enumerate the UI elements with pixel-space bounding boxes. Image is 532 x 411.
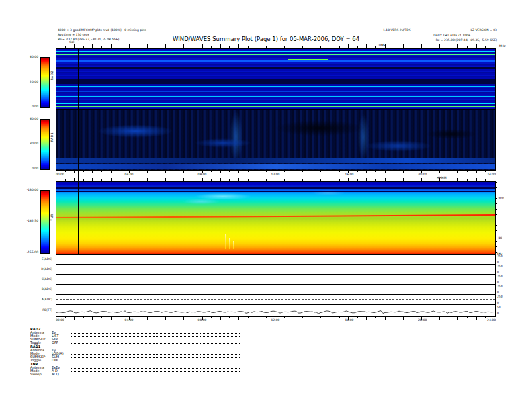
strip-label-pb-tt: PB(TT) — [26, 308, 52, 312]
time-tick-0400: 04:00 — [120, 173, 138, 176]
cal-label: Cal — [69, 40, 74, 44]
time-tick-2400: 24:00 — [478, 173, 496, 176]
packet-stats-line: 4030 + 3 good MFCOMP pkts rcvd (100%) - … — [58, 28, 146, 32]
strip-label-a-adc: A(ADC) — [26, 298, 52, 301]
state-timeline-dots — [71, 357, 240, 358]
strip-rtick: 250 — [497, 295, 503, 298]
state-timeline-dots — [71, 336, 240, 337]
strip-rtick: 250 — [497, 275, 503, 278]
strip-trace — [56, 259, 495, 259]
strip-trace — [56, 269, 495, 269]
strip-rtick: 250 — [497, 265, 503, 268]
strip-row-c-adc — [56, 275, 495, 285]
receiver-state-legend: RAD2 AntennaEy ModeLIST SUM/SEPSEP Toggl… — [30, 327, 240, 376]
rad2-colorbar-tick-max: 40.00 — [13, 55, 38, 58]
strip-rtick: 0 — [497, 312, 499, 315]
btime-tick-0000: 00:00 — [56, 318, 64, 322]
strip-row-e-adc — [56, 255, 495, 265]
rad2-colorbar-tick-mid: 20.00 — [13, 80, 38, 83]
strip-label-d-adc: D(ADC) — [26, 267, 52, 271]
state-timeline-dots — [71, 360, 240, 361]
btime-tick-2000: 20:00 — [414, 318, 431, 322]
state-timeline-dots — [71, 339, 240, 340]
strip-rtick: 0 — [497, 291, 499, 294]
state-timeline-dots — [71, 350, 240, 351]
rad1-colorbar — [40, 119, 50, 170]
legend-row: ToggleOFF — [30, 341, 240, 345]
strip-rtick: 0 — [497, 261, 499, 264]
legend-key: Sweep — [30, 373, 52, 376]
strip-trace — [56, 279, 495, 279]
strip-rtick: 0 — [497, 271, 499, 274]
rad1-spectrogram — [56, 109, 496, 171]
state-timeline-dots — [71, 371, 240, 372]
strip-rtick: 0 — [497, 281, 499, 284]
legend-value: OFF — [52, 341, 71, 345]
time-axis-unit-label: HHMM — [437, 176, 447, 179]
strip-label-c-adc: C(ADC) — [26, 277, 52, 281]
legend-value: ACQ — [52, 373, 71, 376]
strip-row-b-adc — [56, 285, 495, 295]
strip-trace — [56, 299, 495, 300]
strip-trace — [56, 281, 495, 281]
time-tick-0800: 08:00 — [193, 173, 211, 176]
rad2-spectrogram — [56, 48, 496, 109]
wind-waves-summary-page: 4030 + 3 good MFCOMP pkts rcvd (100%) - … — [0, 0, 532, 411]
strip-label-e-adc: E(ADC) — [26, 257, 52, 261]
state-timeline-dots — [71, 332, 240, 334]
state-timeline-dots — [71, 374, 240, 375]
state-timeline-dots — [71, 367, 240, 369]
mhz-unit-label: MHz — [499, 44, 506, 48]
legend-row: ToggleOFF — [30, 359, 240, 362]
rad2-colorbar — [40, 57, 50, 108]
strip-row-d-adc — [56, 265, 495, 275]
tnr-freq-tick-100: 100 — [498, 197, 504, 200]
strip-rtick: 50 — [497, 306, 501, 309]
tnr-right-axis-ticks — [495, 182, 497, 254]
calibration-line — [78, 49, 79, 254]
time-tick-1200: 12:00 — [267, 173, 284, 176]
rad1-axis-label: RAD1 — [50, 132, 54, 142]
page-title: WIND/WAVES Summary Plot (Page 1) for 05-… — [0, 36, 532, 42]
btime-tick-0800: 08:00 — [193, 318, 211, 322]
strip-label-b-adc: B(ADC) — [26, 287, 52, 291]
btime-tick-0400: 04:00 — [120, 318, 138, 322]
state-timeline-dots — [71, 342, 240, 344]
tnr-freq-tick-10: 10 — [498, 236, 502, 240]
time-tick-1600: 16:00 — [341, 173, 358, 176]
pb-waveform — [56, 305, 495, 315]
strip-trace — [56, 289, 495, 289]
btime-tick-1600: 16:00 — [341, 318, 358, 322]
version-label: 1.10 VERS 2U/TDS — [383, 28, 411, 32]
housekeeping-strips — [56, 254, 496, 317]
strip-rtick: 0 — [497, 301, 499, 304]
rad1-colorbar-tick-max: 60.00 — [13, 117, 38, 120]
state-timeline-dots — [71, 353, 240, 355]
time-tick-0000: 00:00 — [56, 173, 64, 176]
tnr-colorbar-tick-mid: -142.50 — [13, 219, 38, 222]
plasma-frequency-line — [56, 214, 495, 218]
tnr-colorbar — [40, 190, 50, 254]
lz-version-label: LZ VERSION = 03 — [470, 28, 497, 32]
legend-value: OFF — [52, 359, 71, 362]
strip-row-a-adc — [56, 295, 495, 305]
legend-row: SweepACQ — [30, 373, 240, 376]
rad1-colorbar-tick-min: 0.00 — [13, 167, 38, 170]
btime-tick-2400: 24:00 — [478, 318, 496, 322]
btime-tick-1200: 12:00 — [267, 318, 284, 322]
strip-rtick: 250 — [497, 255, 503, 258]
strip-rtick: 250 — [497, 285, 503, 288]
tnr-colorbar-tick-min: -155.00 — [13, 250, 38, 254]
tnr-axis-label: TNR — [50, 214, 54, 221]
strip-row-pb-tt — [56, 305, 495, 315]
rad2-axis-label: RAD2 — [50, 71, 54, 80]
tnr-colorbar-tick-max: -130.00 — [13, 188, 38, 191]
rad1-colorbar-tick-mid: 30.00 — [13, 142, 38, 145]
strip-trace — [56, 302, 495, 302]
rad2-colorbar-tick-min: 0.00 — [13, 105, 38, 108]
time-tick-2000: 20:00 — [414, 173, 431, 176]
tnr-spectrogram — [56, 181, 496, 255]
